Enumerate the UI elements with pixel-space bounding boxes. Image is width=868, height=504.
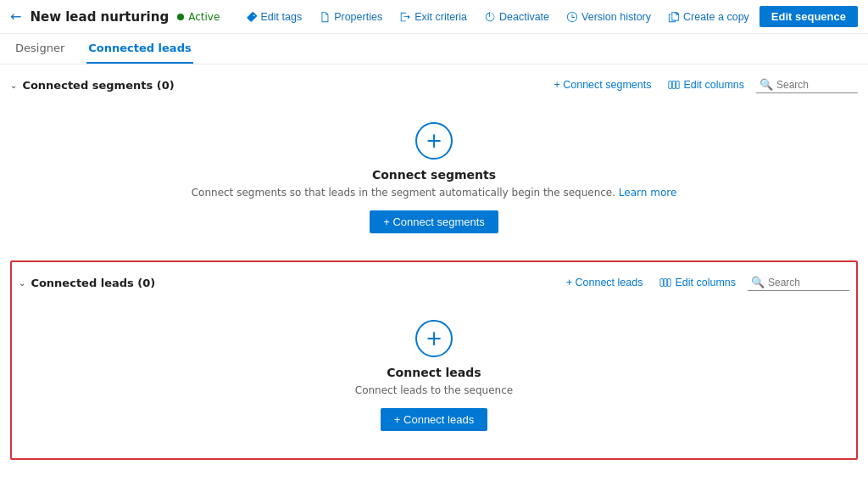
leads-header-actions: + Connect leads Edit columns 🔍 [561, 274, 849, 291]
segments-empty-state: + Connect segments Connect segments so t… [10, 102, 858, 254]
connect-leads-header-button[interactable]: + Connect leads [561, 274, 648, 291]
exit-icon [399, 11, 411, 23]
segments-search-icon: 🔍 [760, 78, 773, 91]
segments-search-box[interactable]: 🔍 [756, 76, 858, 93]
doc-icon [319, 11, 331, 23]
leads-title-group: ⌄ Connected leads (0) [19, 277, 155, 289]
create-copy-label: Create a copy [683, 11, 749, 23]
segments-search-input[interactable] [776, 79, 861, 91]
segments-empty-desc: Connect segments so that leads in the se… [192, 187, 677, 199]
copy-icon [668, 11, 680, 23]
leads-empty-title: Connect leads [387, 366, 481, 379]
leads-title: Connected leads (0) [31, 277, 155, 289]
leads-search-box[interactable]: 🔍 [748, 274, 849, 291]
leads-highlighted-section: ⌄ Connected leads (0) + Connect leads Ed… [10, 260, 858, 460]
connect-leads-header-label: + Connect leads [566, 277, 643, 288]
deactivate-button[interactable]: Deactivate [477, 8, 556, 26]
connect-segments-btn-label: + Connect segments [383, 216, 485, 228]
segments-empty-title: Connect segments [372, 168, 496, 182]
edit-columns-leads-button[interactable]: Edit columns [654, 274, 741, 291]
connect-segments-button[interactable]: + Connect segments [370, 210, 498, 233]
edit-sequence-label: Edit sequence [771, 10, 846, 23]
svg-rect-1 [673, 81, 676, 89]
segments-section-header: ⌄ Connected segments (0) + Connect segme… [10, 71, 858, 98]
edit-tags-button[interactable]: Edit tags [239, 8, 309, 26]
svg-rect-0 [669, 81, 672, 89]
edit-columns-segments-label: Edit columns [683, 79, 744, 91]
main-content: ⌄ Connected segments (0) + Connect segme… [0, 64, 868, 504]
page-title: New lead nurturing [30, 9, 169, 25]
version-history-label: Version history [581, 11, 651, 23]
edit-columns-segments-button[interactable]: Edit columns [663, 76, 749, 93]
power-icon [484, 11, 496, 23]
segments-title-group: ⌄ Connected segments (0) [10, 79, 175, 92]
learn-more-link[interactable]: Learn more [619, 187, 676, 199]
status-label: Active [188, 11, 220, 23]
connect-leads-button[interactable]: + Connect leads [381, 408, 487, 431]
leads-section-header: ⌄ Connected leads (0) + Connect leads Ed… [19, 269, 849, 296]
leads-search-icon: 🔍 [751, 276, 765, 288]
leads-chevron[interactable]: ⌄ [19, 278, 25, 288]
leads-search-input[interactable] [768, 277, 853, 288]
svg-rect-5 [668, 279, 671, 287]
segments-plus-circle: + [415, 122, 453, 160]
status-dot [177, 14, 184, 20]
back-button[interactable]: ← [10, 8, 21, 25]
history-icon [566, 11, 578, 23]
svg-rect-4 [665, 279, 668, 287]
leads-empty-desc: Connect leads to the sequence [355, 384, 513, 396]
edit-columns-leads-label: Edit columns [675, 277, 736, 288]
segments-title: Connected segments (0) [22, 79, 174, 92]
tabs-bar: Designer Connected leads [0, 34, 868, 64]
version-history-button[interactable]: Version history [559, 8, 658, 26]
exit-criteria-button[interactable]: Exit criteria [392, 8, 474, 26]
edit-tags-label: Edit tags [261, 11, 303, 23]
segments-chevron[interactable]: ⌄ [10, 81, 17, 90]
create-copy-button[interactable]: Create a copy [661, 8, 756, 26]
deactivate-label: Deactivate [499, 11, 549, 23]
top-bar-left: ← New lead nurturing Active [10, 8, 220, 25]
tag-icon [246, 11, 258, 23]
segments-header-actions: + Connect segments Edit columns 🔍 [548, 76, 858, 93]
svg-rect-2 [676, 81, 680, 89]
leads-empty-state: + Connect leads Connect leads to the seq… [19, 300, 849, 451]
connect-segments-header-button[interactable]: + Connect segments [548, 76, 656, 93]
top-bar-actions: Edit tags Properties Exit criteria Deact… [239, 6, 858, 27]
status-badge: Active [177, 11, 220, 23]
properties-button[interactable]: Properties [312, 8, 389, 26]
top-bar: ← New lead nurturing Active Edit tags Pr… [0, 0, 868, 34]
tab-designer[interactable]: Designer [14, 34, 66, 64]
tab-connected-leads[interactable]: Connected leads [86, 34, 192, 64]
svg-rect-3 [660, 279, 664, 287]
edit-columns-leads-icon [659, 277, 671, 288]
properties-label: Properties [334, 11, 382, 23]
exit-criteria-label: Exit criteria [415, 11, 467, 23]
connect-leads-btn-label: + Connect leads [394, 413, 474, 426]
edit-sequence-button[interactable]: Edit sequence [760, 6, 858, 27]
leads-plus-circle: + [415, 320, 453, 357]
edit-columns-icon [668, 79, 680, 91]
connect-segments-header-label: + Connect segments [554, 79, 651, 91]
